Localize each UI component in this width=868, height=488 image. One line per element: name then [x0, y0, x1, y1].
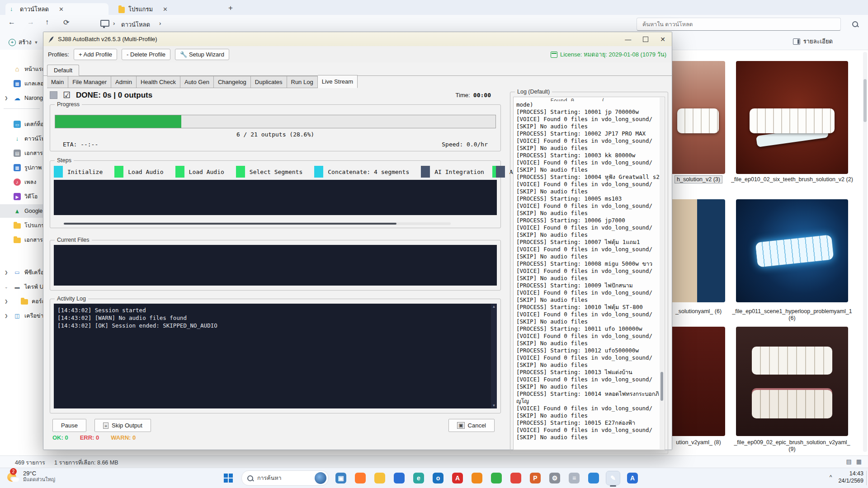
thumbnail-view-icon[interactable]: ▦	[856, 458, 862, 465]
forward-button[interactable]: →	[27, 18, 34, 26]
search-input[interactable]	[642, 21, 836, 28]
sidebar-item[interactable]: ❯ Narong	[0, 91, 43, 105]
taskbar-icon-task-view[interactable]: ▣	[334, 471, 348, 485]
sidebar-item[interactable]: โปรแกรม	[0, 219, 43, 232]
chevron-icon[interactable]: ❯	[5, 314, 9, 318]
app-tab[interactable]: File Manager	[68, 76, 111, 88]
pause-button[interactable]: Pause	[52, 419, 86, 432]
file-thumbnail[interactable]	[736, 199, 848, 302]
steps-horizontal-scrollbar[interactable]	[64, 222, 451, 225]
app-tab[interactable]: Health Check	[137, 76, 180, 88]
tray-chevron-up-icon[interactable]: ^	[830, 474, 832, 480]
activity-log-pane[interactable]: [14:43:02] Session started[14:43:02] [WA…	[54, 304, 497, 408]
taskbar-icon-teal-circle-app[interactable]: o	[431, 471, 445, 485]
taskbar-icon-notepad[interactable]: ≡	[567, 471, 581, 485]
file-thumbnail[interactable]	[671, 327, 725, 436]
search-box[interactable]	[637, 18, 841, 31]
close-tab-icon[interactable]: ✕	[59, 6, 64, 13]
file-thumbnail[interactable]	[736, 61, 848, 174]
taskbar-icon-green-app[interactable]	[490, 471, 503, 485]
file-caption[interactable]: h_solution_v2 (3)	[666, 176, 731, 183]
sidebar-item[interactable]: ⌄ ไดรฟ์ US	[0, 280, 43, 294]
explorer-tab-downloads[interactable]: ↓ ดาวน์โหลด ✕	[5, 3, 108, 15]
file-caption[interactable]: ution_v2yaml_ (8)	[666, 439, 731, 446]
taskbar-clock[interactable]: 14:43 24/1/2569	[838, 470, 863, 484]
file-caption[interactable]: _file_ep009_02_epic_brush_solution_v2yam…	[731, 439, 854, 453]
taskbar-search[interactable]: การค้นหา	[241, 470, 329, 486]
new-button[interactable]: + สร้าง ▼	[5, 35, 42, 49]
stop-indicator[interactable]	[50, 91, 57, 99]
file-caption[interactable]: _solutionyaml_ (6)	[666, 308, 731, 315]
chevron-icon[interactable]: ⌄	[5, 285, 9, 289]
breadcrumb[interactable]: ดาวน์โหลด	[121, 20, 150, 29]
cancel-button[interactable]: ▣ Cancel	[448, 419, 495, 432]
explorer-tab-programs[interactable]: โปรแกรม ✕	[114, 3, 213, 15]
search-icon[interactable]	[852, 21, 858, 27]
details-pane-button[interactable]: รายละเอียด	[793, 37, 833, 46]
up-button[interactable]: ↑	[45, 18, 49, 26]
refresh-button[interactable]: ⟳	[63, 18, 69, 27]
file-caption[interactable]: _file_ep011_scene1_hyperloop_problemyaml…	[731, 308, 854, 322]
maximize-button[interactable]	[643, 37, 648, 42]
taskbar-icon-store-a-app[interactable]: A	[626, 471, 639, 485]
taskbar-icon-acrobat[interactable]: A	[451, 471, 464, 485]
app-tab[interactable]: Changelog	[214, 76, 251, 88]
list-view-icon[interactable]: ▤	[846, 458, 851, 465]
sidebar-item[interactable]: รูปภาพ	[0, 161, 43, 174]
sidebar-item[interactable]: ❯ พีซีเครื่อ	[0, 266, 43, 279]
new-tab-button[interactable]: +	[228, 4, 233, 13]
delete-profile-button[interactable]: - Delete Profile	[122, 49, 170, 60]
scrollbar-thumb[interactable]	[64, 223, 396, 225]
chevron-icon[interactable]: ❯	[5, 299, 9, 304]
activity-log-scrollbar[interactable]: ▲ ▼	[491, 304, 497, 408]
sidebar-item[interactable]: ❯ เครือข่าย	[0, 309, 43, 323]
log-pane[interactable]: ……………………… Found 0 … ………… (………… mode)[PRO…	[513, 97, 665, 450]
sidebar-item[interactable]: ❯ คอร์สติ	[0, 295, 43, 308]
scrollbar-thumb[interactable]	[660, 372, 663, 401]
app-tab[interactable]: Admin	[111, 76, 137, 88]
minimize-button[interactable]: —	[625, 36, 631, 43]
scroll-up-icon[interactable]: ▲	[491, 305, 497, 309]
file-thumbnail[interactable]	[671, 61, 725, 174]
taskbar-icon-powerpoint[interactable]: P	[528, 471, 542, 485]
app-tab[interactable]: Duplicates	[251, 76, 287, 88]
taskbar-icon-vscode[interactable]	[587, 471, 600, 485]
chevron-icon[interactable]: ❯	[5, 96, 9, 100]
sidebar-item[interactable]: เอกสาร	[0, 233, 43, 247]
sidebar-item[interactable]: Google	[0, 204, 43, 218]
taskbar-icon-blue-app[interactable]	[392, 471, 406, 485]
sidebar-item[interactable]: เดสก์ท็อป	[0, 117, 43, 131]
app-title-bar[interactable]: SJ88 AutoBatch v26.5.3 (Multi-Profile) —…	[43, 32, 672, 47]
add-profile-button[interactable]: + Add Profile	[74, 49, 117, 60]
scroll-down-icon[interactable]: ▼	[491, 404, 497, 408]
search-highlight-image[interactable]	[315, 472, 326, 484]
app-tab[interactable]: Main	[47, 76, 68, 88]
taskbar-icon-settings[interactable]: ⚙	[548, 471, 561, 485]
start-button[interactable]	[221, 470, 236, 486]
file-thumbnail[interactable]	[736, 327, 848, 436]
close-tab-icon[interactable]: ✕	[163, 6, 168, 13]
back-button[interactable]: ←	[8, 18, 15, 26]
close-button[interactable]: ✕	[660, 36, 665, 43]
file-thumbnail[interactable]	[671, 199, 725, 302]
sidebar-item[interactable]: หน้าแรก	[0, 62, 43, 76]
taskbar-icon-file-explorer[interactable]	[373, 471, 387, 485]
sidebar-item[interactable]: เพลง	[0, 175, 43, 189]
explorer-scrollbar[interactable]	[863, 52, 867, 452]
sidebar-item[interactable]: วิดีโอ	[0, 190, 43, 203]
taskbar-icon-orange-app[interactable]	[470, 471, 484, 485]
log-scrollbar[interactable]	[660, 98, 664, 449]
app-tab[interactable]: Live Stream	[318, 75, 358, 88]
taskbar-icon-red-app[interactable]	[509, 471, 523, 485]
weather-widget[interactable]: 2 29°C มีแดดส่วนใหญ่	[6, 470, 55, 483]
sidebar-item[interactable]: แกลเลอรี	[0, 77, 43, 90]
app-tab[interactable]: Auto Gen	[180, 76, 214, 88]
taskbar-icon-firefox[interactable]	[354, 471, 367, 485]
app-tab[interactable]: Run Log	[287, 76, 318, 88]
scrollbar-thumb[interactable]	[863, 79, 867, 122]
setup-wizard-button[interactable]: 🔧 Setup Wizard	[175, 49, 229, 60]
skip-output-button[interactable]: » Skip Output	[94, 419, 151, 432]
taskbar-icon-autobatch-feather[interactable]: ✎	[606, 471, 620, 485]
sidebar-item[interactable]: เอกสาร	[0, 146, 43, 160]
taskbar-icon-edge[interactable]: e	[412, 471, 425, 485]
